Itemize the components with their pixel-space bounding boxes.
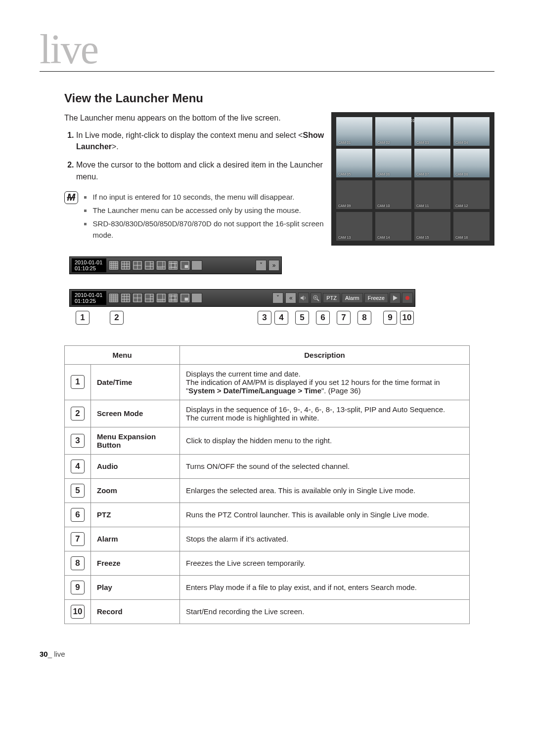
row-description: Stops the alarm if it's activated. — [180, 527, 470, 551]
mode-13-icon[interactable] — [168, 293, 178, 303]
row-description: Runs the PTZ Control launcher. This is a… — [180, 503, 470, 527]
svg-rect-63 — [185, 298, 188, 300]
mode-9-icon[interactable] — [120, 260, 131, 270]
alarm-button[interactable]: Alarm — [342, 293, 363, 303]
cam-label: CAM 08 — [455, 172, 468, 176]
svg-rect-15 — [145, 261, 153, 269]
audio-button[interactable] — [298, 293, 309, 303]
row-number: 10 — [71, 605, 85, 619]
mode-8-icon[interactable] — [156, 293, 167, 303]
callout-2: 2 — [110, 311, 124, 325]
step-1-post: >. — [112, 142, 119, 151]
svg-rect-56 — [169, 294, 177, 302]
mode-13-icon[interactable] — [168, 260, 178, 270]
cam-label: CAM 11 — [416, 204, 429, 208]
cam-label: CAM 15 — [416, 236, 429, 239]
mode-6-icon[interactable] — [144, 260, 155, 270]
cam-label: CAM 05 — [338, 172, 351, 176]
row-menu-name: Zoom — [91, 478, 180, 503]
mode-16-icon[interactable] — [108, 260, 119, 270]
row-number: 8 — [71, 556, 85, 570]
note-2: The Launcher menu can be accessed only b… — [93, 206, 301, 214]
mode-4-icon[interactable] — [132, 260, 143, 270]
table-row: 4AudioTurns ON/OFF the sound of the sele… — [65, 454, 470, 478]
table-row: 2Screen ModeDisplays in the sequence of … — [65, 400, 470, 427]
cam-label: CAM 01 — [338, 141, 351, 144]
menu-collapse-button[interactable]: « — [285, 293, 296, 303]
mode-8-icon[interactable] — [156, 260, 167, 270]
mode-pip-icon[interactable] — [179, 260, 190, 270]
row-number-cell: 8 — [65, 551, 91, 575]
ptz-button[interactable]: PTZ — [323, 293, 340, 303]
svg-rect-31 — [185, 265, 188, 268]
mode-dropdown-button[interactable]: ˅ — [272, 293, 283, 303]
svg-rect-7 — [122, 261, 130, 269]
note-3: SRD-830/830D/850/850D/870/870D do not su… — [93, 219, 324, 239]
mode-dropdown-button[interactable]: ˅ — [256, 260, 267, 271]
row-number-cell: 4 — [65, 454, 91, 478]
svg-rect-39 — [122, 294, 130, 302]
cam-label: CAM 03 — [416, 141, 429, 144]
step-2: Move the cursor to the bottom and click … — [76, 159, 324, 182]
header-divider — [40, 71, 494, 72]
callout-9: 9 — [383, 311, 397, 325]
svg-rect-57 — [171, 296, 175, 300]
row-number-cell: 5 — [65, 478, 91, 503]
callout-row: 1 2 3 4 5 6 7 8 9 10 — [69, 311, 415, 325]
row-number: 5 — [71, 484, 85, 498]
record-button[interactable] — [402, 293, 413, 303]
svg-point-68 — [405, 296, 409, 300]
mode-9-icon[interactable] — [120, 293, 131, 303]
page-title: live — [40, 30, 494, 69]
callout-4: 4 — [274, 311, 288, 325]
mode-pip-icon[interactable] — [179, 293, 190, 303]
row-description: Turns ON/OFF the sound of the selected c… — [180, 454, 470, 478]
launcher-time: 01:10:25 — [75, 265, 96, 271]
step-1-text: In Live mode, right-click to display the… — [76, 131, 303, 139]
launcher-bar-collapsed[interactable]: 2010-01-01 01:10:25 ˅ » — [69, 256, 282, 274]
page-number: 30 — [40, 650, 48, 658]
row-number: 4 — [71, 460, 85, 473]
freeze-button[interactable]: Freeze — [364, 293, 388, 303]
date-time-display: 2010-01-01 01:10:25 — [72, 258, 106, 272]
table-row: 6PTZRuns the PTZ Control launcher. This … — [65, 503, 470, 527]
launcher-bar-expanded[interactable]: 2010-01-01 01:10:25 ˅ « PTZ Alarm Freeze — [69, 289, 415, 307]
row-menu-name: Record — [91, 599, 180, 624]
note-icon: M — [64, 191, 78, 204]
cam-label: CAM 13 — [338, 236, 351, 239]
row-menu-name: Date/Time — [91, 364, 180, 400]
svg-line-65 — [317, 299, 319, 301]
callout-6: 6 — [316, 311, 330, 325]
mode-4-icon[interactable] — [132, 293, 143, 303]
row-menu-name: Audio — [91, 454, 180, 478]
row-number: 7 — [71, 532, 85, 546]
cam-label: CAM 07 — [416, 172, 429, 176]
callout-1: 1 — [76, 311, 89, 325]
note-1: If no input is entered for 10 seconds, t… — [93, 193, 295, 201]
table-row: 3Menu Expansion ButtonClick to display t… — [65, 427, 470, 454]
svg-rect-47 — [145, 294, 153, 302]
menu-expand-button[interactable]: » — [268, 260, 279, 271]
cam-label: CAM 16 — [455, 236, 468, 239]
row-description: Displays the current time and date.The i… — [180, 364, 470, 400]
cam-label: CAM 12 — [455, 204, 468, 208]
row-description: Freezes the Live screen temporarily. — [180, 551, 470, 575]
mode-16-icon[interactable] — [108, 293, 119, 303]
callout-7: 7 — [337, 311, 351, 325]
launcher-time: 01:10:25 — [75, 298, 96, 304]
row-number-cell: 6 — [65, 503, 91, 527]
page-footer: 30_ live — [40, 650, 494, 658]
row-menu-name: Menu Expansion Button — [91, 427, 180, 454]
zoom-button[interactable] — [311, 293, 321, 303]
table-row: 9PlayEnters Play mode if a file to play … — [65, 575, 470, 599]
play-button[interactable] — [390, 293, 400, 303]
intro-para: The Launcher menu appears on the bottom … — [64, 112, 324, 124]
table-header-menu: Menu — [65, 345, 180, 364]
svg-rect-25 — [171, 263, 175, 267]
table-header-desc: Description — [180, 345, 470, 364]
footer-text: _ live — [48, 650, 65, 658]
table-row: 1Date/TimeDisplays the current time and … — [65, 364, 470, 400]
mode-6-icon[interactable] — [144, 293, 155, 303]
date-time-display: 2010-01-01 01:10:25 — [72, 291, 106, 305]
table-row: 10RecordStart/End recording the Live scr… — [65, 599, 470, 624]
